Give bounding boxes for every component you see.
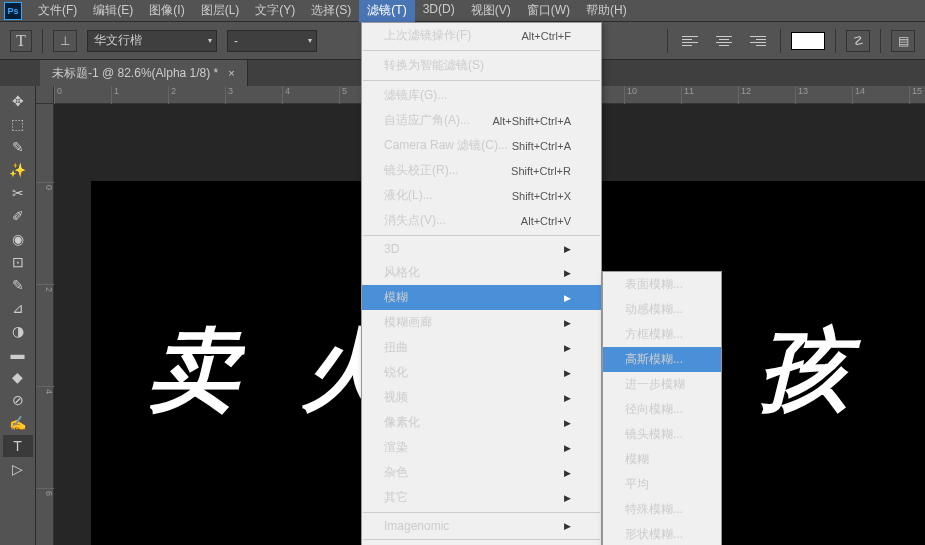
app-icon: Ps: [4, 2, 22, 20]
ruler-corner: [36, 86, 54, 104]
align-right-button[interactable]: [746, 31, 770, 51]
menu-编辑[interactable]: 编辑(E): [85, 0, 141, 22]
tool-11[interactable]: ▬: [3, 343, 33, 365]
filter-item[interactable]: 转换为智能滤镜(S): [362, 53, 601, 78]
font-family-select[interactable]: 华文行楷▾: [87, 30, 217, 52]
filter-item: 镜头校正(R)...Shift+Ctrl+R: [362, 158, 601, 183]
tool-1[interactable]: ⬚: [3, 113, 33, 135]
tool-14[interactable]: ✍: [3, 412, 33, 434]
blur-item[interactable]: 模糊: [603, 447, 721, 472]
filter-item[interactable]: Imagenomic▶: [362, 515, 601, 537]
close-icon[interactable]: ×: [228, 67, 234, 79]
menu-文件[interactable]: 文件(F): [30, 0, 85, 22]
menu-文字[interactable]: 文字(Y): [247, 0, 303, 22]
font-style-select[interactable]: -▾: [227, 30, 317, 52]
menu-滤镜[interactable]: 滤镜(T): [359, 0, 414, 22]
ruler-vertical: 02468: [36, 104, 54, 545]
filter-item[interactable]: 锐化▶: [362, 360, 601, 385]
blur-item[interactable]: 平均: [603, 472, 721, 497]
filter-item: 自适应广角(A)...Alt+Shift+Ctrl+A: [362, 108, 601, 133]
tool-9[interactable]: ⊿: [3, 297, 33, 319]
menu-选择[interactable]: 选择(S): [303, 0, 359, 22]
blur-item[interactable]: 特殊模糊...: [603, 497, 721, 522]
filter-item[interactable]: 模糊▶: [362, 285, 601, 310]
tool-6[interactable]: ◉: [3, 228, 33, 250]
align-center-button[interactable]: [712, 31, 736, 51]
tool-5[interactable]: ✐: [3, 205, 33, 227]
filter-item[interactable]: 像素化▶: [362, 410, 601, 435]
filter-item[interactable]: 视频▶: [362, 385, 601, 410]
filter-item[interactable]: 扭曲▶: [362, 335, 601, 360]
filter-item[interactable]: 风格化▶: [362, 260, 601, 285]
menu-帮助[interactable]: 帮助(H): [578, 0, 635, 22]
menu-3D[interactable]: 3D(D): [415, 0, 463, 22]
menu-图像[interactable]: 图像(I): [141, 0, 192, 22]
filter-item: 模糊画廊▶: [362, 310, 601, 335]
tool-4[interactable]: ✂: [3, 182, 33, 204]
menubar: Ps 文件(F)编辑(E)图像(I)图层(L)文字(Y)选择(S)滤镜(T)3D…: [0, 0, 925, 22]
blur-item[interactable]: 动感模糊...: [603, 297, 721, 322]
filter-item[interactable]: 杂色▶: [362, 460, 601, 485]
tool-3[interactable]: ✨: [3, 159, 33, 181]
tool-2[interactable]: ✎: [3, 136, 33, 158]
blur-item[interactable]: 镜头模糊...: [603, 422, 721, 447]
filter-item[interactable]: 上次滤镜操作(F)Alt+Ctrl+F: [362, 23, 601, 48]
tab-title: 未标题-1 @ 82.6%(Alpha 1/8) *: [52, 65, 218, 82]
blur-item[interactable]: 表面模糊...: [603, 272, 721, 297]
tool-8[interactable]: ✎: [3, 274, 33, 296]
tool-10[interactable]: ◑: [3, 320, 33, 342]
toolbox: ✥⬚✎✨✂✐◉⊡✎⊿◑▬◆⊘✍T▷: [0, 86, 36, 545]
blur-item[interactable]: 径向模糊...: [603, 397, 721, 422]
filter-item[interactable]: 滤镜库(G)...: [362, 83, 601, 108]
tool-0[interactable]: ✥: [3, 90, 33, 112]
menu-视图[interactable]: 视图(V): [463, 0, 519, 22]
align-left-button[interactable]: [678, 31, 702, 51]
tool-16[interactable]: ▷: [3, 458, 33, 480]
blur-item[interactable]: 形状模糊...: [603, 522, 721, 545]
blur-submenu-dropdown: 表面模糊...动感模糊...方框模糊...高斯模糊...进一步模糊径向模糊...…: [602, 271, 722, 545]
filter-item[interactable]: 3D▶: [362, 238, 601, 260]
blur-item[interactable]: 方框模糊...: [603, 322, 721, 347]
tool-7[interactable]: ⊡: [3, 251, 33, 273]
tool-13[interactable]: ⊘: [3, 389, 33, 411]
filter-item[interactable]: 液化(L)...Shift+Ctrl+X: [362, 183, 601, 208]
filter-item[interactable]: Camera Raw 滤镜(C)...Shift+Ctrl+A: [362, 133, 601, 158]
text-color-swatch[interactable]: [791, 32, 825, 50]
filter-item: 消失点(V)...Alt+Ctrl+V: [362, 208, 601, 233]
tool-12[interactable]: ◆: [3, 366, 33, 388]
menu-图层[interactable]: 图层(L): [193, 0, 248, 22]
filter-item[interactable]: 其它▶: [362, 485, 601, 510]
warp-text-button[interactable]: ☡: [846, 30, 870, 52]
document-tab[interactable]: 未标题-1 @ 82.6%(Alpha 1/8) * ×: [40, 60, 248, 86]
tool-15[interactable]: T: [3, 435, 33, 457]
text-orientation-icon[interactable]: ⊥: [53, 30, 77, 52]
menu-窗口[interactable]: 窗口(W): [519, 0, 578, 22]
blur-item[interactable]: 进一步模糊: [603, 372, 721, 397]
panels-button[interactable]: ▤: [891, 30, 915, 52]
filter-menu-dropdown: 上次滤镜操作(F)Alt+Ctrl+F转换为智能滤镜(S)滤镜库(G)...自适…: [361, 22, 602, 545]
filter-item[interactable]: 渲染▶: [362, 435, 601, 460]
tool-indicator: T: [10, 30, 32, 52]
blur-item[interactable]: 高斯模糊...: [603, 347, 721, 372]
